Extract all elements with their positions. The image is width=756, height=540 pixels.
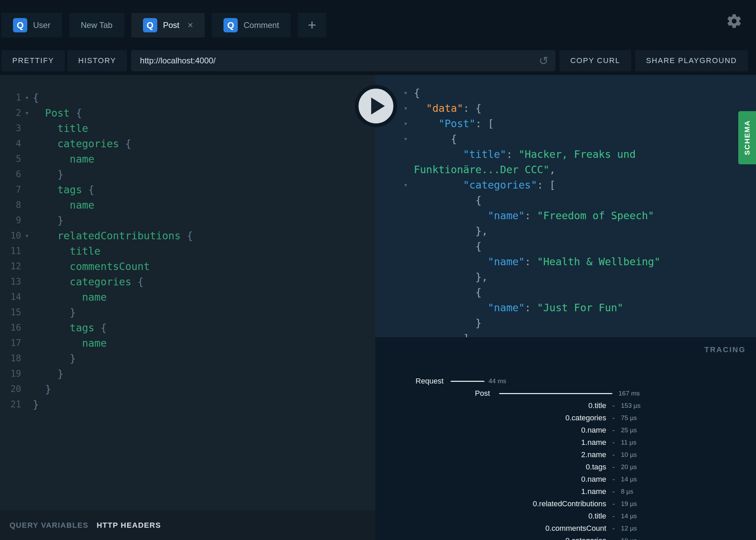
result-line: ▾{	[375, 131, 756, 147]
trace-time: 153 µs	[621, 402, 640, 409]
schema-sidebar-tab[interactable]: SCHEMA	[738, 111, 756, 164]
line-number: 21	[0, 397, 21, 412]
prettify-button[interactable]: PRETTIFY	[1, 50, 65, 71]
token-punc: }	[57, 168, 63, 180]
editor-line-18[interactable]: 18}	[0, 351, 375, 366]
editor-line-6[interactable]: 6}	[0, 167, 375, 182]
trace-time: 44 ms	[489, 377, 506, 385]
trace-row: 1.name-8 µs	[375, 485, 756, 498]
editor-line-15[interactable]: 15}	[0, 305, 375, 320]
fold-arrow-icon[interactable]: ▾	[375, 177, 414, 193]
trace-dash: -	[606, 487, 621, 496]
editor-line-14[interactable]: 14name	[0, 289, 375, 305]
token-field: name	[70, 199, 94, 211]
fold-spacer	[375, 208, 414, 223]
editor-line-3[interactable]: 3title	[0, 121, 375, 136]
line-number: 15	[0, 305, 21, 320]
trace-label: Request	[375, 377, 444, 386]
editor-line-5[interactable]: 5name	[0, 151, 375, 167]
settings-gear-icon[interactable]	[726, 13, 742, 29]
token-rpunc: {	[476, 286, 482, 298]
execute-query-button[interactable]	[355, 85, 397, 127]
result-line: "title": "Hacker, Freaks und	[375, 147, 756, 162]
token-rpunc: ],	[463, 332, 475, 337]
editor-line-12[interactable]: 12commentsCount	[0, 259, 375, 274]
editor-line-8[interactable]: 8name	[0, 197, 375, 213]
line-number: 4	[0, 136, 21, 151]
trace-label: 0.categories	[375, 414, 606, 422]
trace-label: 0.title	[375, 401, 606, 410]
url-bar: ↺	[131, 50, 555, 71]
trace-dash: -	[606, 438, 621, 447]
fold-spacer	[375, 254, 414, 269]
fold-spacer	[21, 121, 33, 136]
token-field: Post	[45, 107, 70, 119]
trace-dash: -	[606, 512, 621, 520]
editor-line-20[interactable]: 20}	[0, 381, 375, 397]
line-number: 20	[0, 381, 21, 397]
share-playground-button[interactable]: SHARE PLAYGROUND	[635, 50, 748, 71]
trace-dash: -	[606, 537, 621, 540]
editor-line-1[interactable]: 1▾{	[0, 90, 375, 105]
editor-line-9[interactable]: 9}	[0, 213, 375, 228]
fold-arrow-icon[interactable]: ▾	[375, 131, 414, 147]
trace-row: 0.title-153 µs	[375, 400, 756, 412]
token-field: categories	[57, 138, 119, 150]
result-line: "name": "Freedom of Speech"	[375, 208, 756, 223]
token-field: categories	[70, 276, 131, 288]
tab-post[interactable]: QPost×	[131, 13, 205, 38]
query-badge: Q	[143, 18, 157, 32]
editor-line-19[interactable]: 19}	[0, 366, 375, 381]
history-button[interactable]: HISTORY	[67, 50, 127, 71]
fold-arrow-icon[interactable]: ▾	[21, 90, 33, 105]
token-rpunc: : [	[476, 118, 494, 130]
tab-new-tab[interactable]: New Tab	[69, 13, 124, 38]
token-dkey: "data"	[426, 102, 463, 114]
endpoint-url-input[interactable]	[131, 50, 555, 71]
trace-time: 14 µs	[621, 512, 637, 520]
editor-line-11[interactable]: 11title	[0, 243, 375, 259]
trace-bar	[499, 393, 612, 394]
editor-line-10[interactable]: 10▾relatedContributions {	[0, 228, 375, 243]
token-field: name	[82, 291, 106, 303]
copy-curl-button[interactable]: COPY CURL	[559, 50, 631, 71]
editor-line-17[interactable]: 17name	[0, 335, 375, 351]
add-tab-button[interactable]: +	[298, 13, 326, 38]
token-rpunc: :	[506, 148, 519, 160]
tab-comment[interactable]: QComment	[212, 13, 291, 38]
close-tab-icon[interactable]: ×	[188, 20, 193, 30]
line-number: 16	[0, 320, 21, 335]
response-pane: ▾{▾"data": {▾"Post": [▾{"title": "Hacker…	[375, 75, 756, 540]
tab-user[interactable]: QUser	[1, 13, 62, 38]
token-key: "name"	[488, 256, 525, 268]
line-number: 7	[0, 182, 21, 197]
fold-spacer	[375, 315, 414, 331]
editor-line-4[interactable]: 4categories {	[0, 136, 375, 151]
trace-row: 0.commentsCount-12 µs	[375, 522, 756, 535]
trace-row: 0.tags-20 µs	[375, 461, 756, 473]
reload-icon[interactable]: ↺	[539, 54, 549, 68]
query-pane: 1▾{2▾Post {3title4categories {5name6}7ta…	[0, 75, 375, 540]
tracing-title: TRACING	[704, 345, 746, 354]
trace-time: 14 µs	[621, 476, 637, 483]
token-punc: {	[33, 92, 39, 104]
token-punc: {	[131, 276, 144, 288]
editor-line-21[interactable]: 21}	[0, 397, 375, 412]
result-line: }	[375, 315, 756, 331]
http-headers-tab[interactable]: HTTP HEADERS	[97, 521, 161, 530]
query-editor[interactable]: 1▾{2▾Post {3title4categories {5name6}7ta…	[0, 75, 375, 511]
trace-label: 1.name	[375, 487, 606, 496]
editor-line-13[interactable]: 13categories {	[0, 274, 375, 289]
trace-row-post: Post 167 ms	[375, 387, 756, 400]
fold-spacer	[375, 223, 414, 239]
fold-arrow-icon[interactable]: ▾	[21, 228, 33, 243]
fold-arrow-icon[interactable]: ▾	[21, 105, 33, 121]
result-line: ▾"data": {	[375, 101, 756, 116]
tab-label: Post	[163, 20, 179, 30]
editor-line-2[interactable]: 2▾Post {	[0, 105, 375, 121]
trace-label: 1.name	[375, 438, 606, 447]
trace-row: 1.name-11 µs	[375, 436, 756, 449]
query-variables-tab[interactable]: QUERY VARIABLES	[10, 521, 88, 530]
editor-line-16[interactable]: 16tags {	[0, 320, 375, 335]
editor-line-7[interactable]: 7tags {	[0, 182, 375, 197]
